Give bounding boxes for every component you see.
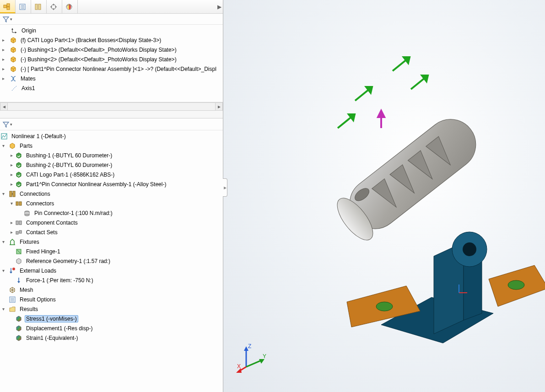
tab-configuration-manager[interactable] (31, 0, 47, 13)
node-label: Strain1 (-Equivalent-) (25, 334, 79, 342)
simulation-tree-pane[interactable]: Nonlinear 1 (-Default-) ▾ Parts ▸ Bushin… (0, 130, 223, 392)
feature-tree-pane[interactable]: Origin ▸ (f) CATI Logo Part<1> (Bracket … (0, 25, 223, 102)
sim-part-node[interactable]: ▸ Bushing-1 (-BUTYL 60 Durometer-) (0, 150, 223, 160)
expand-toggle[interactable]: ▾ (0, 268, 6, 273)
sim-part-node[interactable]: ▸ Part1^Pin Connector Nonlinear Assembly… (0, 179, 223, 189)
expand-toggle[interactable]: ▸ (8, 172, 15, 177)
result-plot-node[interactable]: Displacement1 (-Res disp-) (0, 323, 223, 333)
expand-toggle[interactable]: ▸ (0, 66, 6, 71)
tab-feature-manager[interactable] (0, 0, 16, 13)
svg-rect-29 (16, 231, 18, 234)
node-label: Pin Connector-1 (:100 N.m/rad:) (33, 209, 114, 217)
svg-point-56 (331, 193, 379, 246)
tab-property-manager[interactable] (16, 0, 31, 13)
connector-item[interactable]: Pin Connector-1 (:100 N.m/rad:) (0, 208, 223, 218)
svg-marker-71 (378, 111, 384, 117)
svg-rect-30 (19, 231, 22, 233)
sim-part-node[interactable]: ▸ CATI Logo Part-1 (-8586K162 ABS-) (0, 170, 223, 179)
svg-rect-28 (19, 221, 22, 225)
expand-toggle[interactable]: ▸ (8, 230, 15, 235)
load-item[interactable]: Force-1 (:Per item: -750 N:) (0, 275, 223, 285)
assembly-part-node[interactable]: ▸ (-) Bushing<2> (Default<<Default>_Phot… (0, 54, 223, 64)
assembly-part-node[interactable]: ▸ (-) Bushing<1> (Default<<Default>_Phot… (0, 45, 223, 54)
svg-text:Y: Y (263, 353, 266, 360)
expand-toggle[interactable]: ▸ (0, 47, 6, 52)
tab-display-manager[interactable] (62, 0, 78, 13)
expand-toggle[interactable]: ▾ (0, 143, 6, 148)
node-label: (-) Bushing<2> (Default<<Default>_PhotoW… (19, 56, 178, 63)
svg-rect-8 (38, 4, 41, 10)
feature-tree-hscroll[interactable]: ◂ ▸ (0, 102, 223, 110)
origin-node[interactable]: Origin (0, 26, 223, 35)
loads-group[interactable]: ▾ External Loads (0, 266, 223, 275)
expand-toggle[interactable]: ▸ (0, 38, 6, 43)
parts-group[interactable]: ▾ Parts (0, 141, 223, 150)
chevron-down-icon[interactable]: ▾ (10, 122, 12, 127)
feature-tree: Origin ▸ (f) CATI Logo Part<1> (Bracket … (0, 25, 223, 94)
appearances-globe-icon (65, 3, 73, 11)
assembly-part-node[interactable]: ▸ (-) [ Part1^Pin Connector Nonlinear As… (0, 64, 223, 74)
tab-dimxpert[interactable] (47, 0, 62, 13)
expand-toggle[interactable]: ▸ (0, 57, 6, 62)
results-group[interactable]: ▾ Results (0, 304, 223, 314)
fixture-item[interactable]: Reference Geometry-1 (:1.57 rad:) (0, 256, 223, 266)
scroll-right-icon[interactable]: ▸ (215, 103, 223, 111)
panel-overflow-arrow[interactable]: ▶ (216, 0, 223, 13)
node-label: Nonlinear 1 (-Default-) (10, 133, 67, 140)
svg-marker-67 (404, 57, 410, 63)
expand-toggle[interactable]: ▸ (8, 220, 15, 225)
scroll-left-icon[interactable]: ◂ (0, 103, 8, 111)
expand-toggle[interactable]: ▸ (0, 76, 6, 81)
study-node[interactable]: Nonlinear 1 (-Default-) (0, 131, 223, 141)
graphics-viewport[interactable]: ▸ (223, 0, 545, 392)
expand-toggle[interactable]: ▸ (8, 162, 15, 167)
svg-line-17 (12, 86, 16, 91)
svg-marker-52 (464, 238, 482, 320)
expand-toggle[interactable]: ▾ (0, 239, 6, 244)
connectors-group[interactable]: ▾ Connectors (0, 199, 223, 208)
svg-rect-0 (4, 5, 6, 8)
contact-sets-node[interactable]: ▸ Contact Sets (0, 227, 223, 237)
expand-toggle[interactable]: ▾ (0, 306, 6, 311)
svg-marker-48 (489, 265, 545, 306)
sim-part-node[interactable]: ▸ Bushing-2 (-BUTYL 60 Durometer-) (0, 160, 223, 170)
connections-group[interactable]: ▾ Connections (0, 189, 223, 199)
chevron-down-icon[interactable]: ▾ (10, 17, 12, 21)
funnel-icon[interactable] (3, 16, 9, 22)
part-icon (9, 46, 17, 54)
node-label: Mesh (18, 286, 34, 294)
expand-toggle[interactable]: ▸ (8, 153, 15, 158)
fixture-item[interactable]: Fixed Hinge-1 (0, 247, 223, 256)
svg-rect-27 (16, 221, 18, 225)
assembly-part-node[interactable]: ▸ (f) CATI Logo Part<1> (Bracket Bosses<… (0, 35, 223, 45)
node-label: Fixed Hinge-1 (25, 248, 62, 255)
funnel-icon[interactable] (3, 121, 9, 128)
svg-marker-63 (366, 87, 372, 93)
svg-rect-20 (13, 191, 15, 197)
origin-icon (10, 27, 18, 35)
component-contacts-node[interactable]: ▸ Component Contacts (0, 218, 223, 227)
svg-marker-47 (347, 286, 420, 327)
expand-toggle[interactable]: ▾ (8, 201, 15, 206)
expand-toggle[interactable]: ▾ (0, 191, 6, 196)
fixtures-group[interactable]: ▾ Fixtures (0, 237, 223, 247)
force-icon (15, 276, 23, 285)
mates-node[interactable]: ▸ Mates (0, 74, 223, 83)
node-label: Parts (18, 142, 34, 150)
mesh-node[interactable]: Mesh (0, 285, 223, 295)
expand-toggle[interactable]: ▸ (8, 182, 15, 187)
axis-node[interactable]: Axis1 (0, 83, 223, 93)
svg-marker-35 (10, 272, 12, 274)
node-label: Axis1 (20, 85, 36, 92)
part-icon (9, 55, 17, 64)
panel-flyout-handle[interactable]: ▸ (223, 178, 227, 197)
result-options-node[interactable]: Result Options (0, 295, 223, 304)
svg-rect-23 (19, 202, 22, 205)
tree-filter-row: ▾ (0, 14, 223, 25)
pane-divider[interactable] (0, 110, 223, 118)
simulation-tree: Nonlinear 1 (-Default-) ▾ Parts ▸ Bushin… (0, 130, 223, 344)
result-plot-node[interactable]: Strain1 (-Equivalent-) (0, 333, 223, 343)
node-label: (-) Bushing<1> (Default<<Default>_PhotoW… (19, 46, 178, 54)
result-options-icon (8, 295, 16, 304)
result-plot-node[interactable]: Stress1 (-vonMises-) (0, 314, 223, 323)
